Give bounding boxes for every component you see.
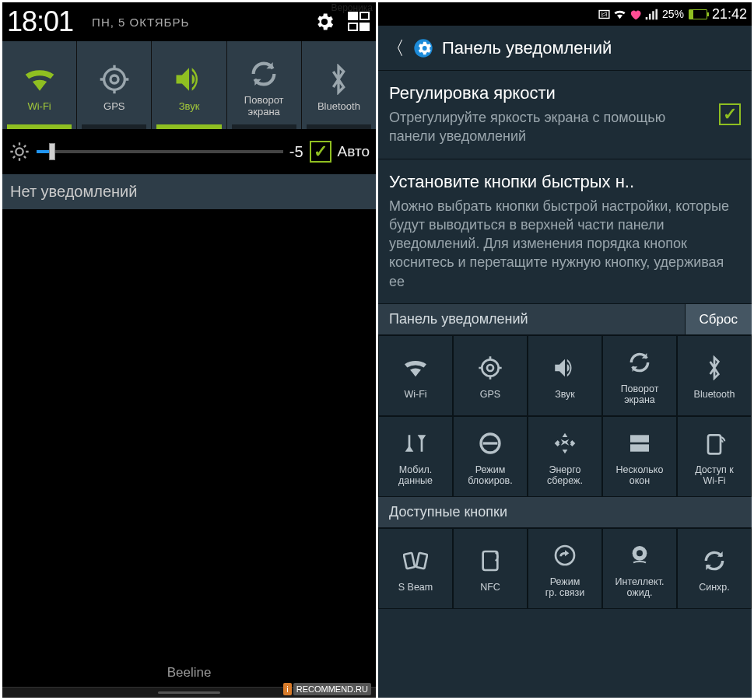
tile-label: Режим блокиров. xyxy=(466,464,514,487)
brightness-slider[interactable] xyxy=(37,143,283,160)
clock: 18:01 xyxy=(7,5,73,38)
tile-icon xyxy=(403,427,428,460)
toggle-sound[interactable]: Звук xyxy=(152,41,226,129)
tile-label: GPS xyxy=(479,389,502,400)
tile-label: Bluetooth xyxy=(693,389,737,400)
tile-nfc[interactable]: NFC xyxy=(453,528,528,609)
tile-энерго-сбереж-[interactable]: Энерго сбереж. xyxy=(528,416,602,497)
tile-icon xyxy=(478,427,503,460)
tile-icon xyxy=(702,427,727,460)
tile-синхр-[interactable]: Синхр. xyxy=(677,528,752,609)
tile-icon xyxy=(478,352,503,384)
tile-icon xyxy=(403,544,428,577)
setting-checkbox[interactable] xyxy=(719,103,741,125)
setting-title: Регулировка яркости xyxy=(389,83,713,103)
tile-gps[interactable]: GPS xyxy=(453,335,528,416)
svg-point-0 xyxy=(110,75,118,83)
tile-несколько-окон[interactable]: Несколько окон xyxy=(602,416,677,497)
toggle-wifi[interactable]: Wi-Fi xyxy=(2,41,77,129)
no-notifications-header: Нет уведомлений xyxy=(2,174,376,209)
svg-point-5 xyxy=(487,365,493,371)
settings-icon[interactable] xyxy=(314,11,335,33)
tile-icon xyxy=(552,539,577,572)
tile-bluetooth[interactable]: Bluetooth xyxy=(677,335,752,416)
setting-description: Можно выбрать кнопки быстрой настройки, … xyxy=(389,197,741,291)
gps-icon xyxy=(99,58,130,101)
tile-icon xyxy=(627,346,652,379)
tile-поворот-экрана[interactable]: Поворот экрана xyxy=(602,335,677,416)
tile-label: Режим гр. связи xyxy=(544,576,587,599)
svg-rect-13 xyxy=(416,553,427,569)
wifi-icon xyxy=(23,58,57,101)
subheader-label: Панель уведомлений xyxy=(378,304,685,334)
wifi-icon xyxy=(613,8,626,21)
tile-icon xyxy=(702,544,727,577)
svg-point-6 xyxy=(482,359,498,376)
brightness-value: -5 xyxy=(289,143,303,161)
rotation-icon xyxy=(248,52,279,95)
tile-доступ-к-wi-fi[interactable]: Доступ к Wi-Fi xyxy=(677,416,752,497)
tile-icon xyxy=(402,352,429,384)
svg-rect-3 xyxy=(599,10,609,18)
battery-percent: 25% xyxy=(662,8,684,20)
tile-интеллект-ожид-[interactable]: Интеллект. ожид. xyxy=(602,528,677,609)
quick-panel-icon[interactable] xyxy=(348,12,371,32)
status-bar: 25% 21:42 xyxy=(378,2,752,26)
tile-wi-fi[interactable]: Wi-Fi xyxy=(378,335,453,416)
svg-point-17 xyxy=(637,550,643,556)
setting-quick-buttons[interactable]: Установите кнопки быстрых н.. Можно выбр… xyxy=(378,159,752,304)
toggle-label: GPS xyxy=(103,101,124,113)
page-title: Панель уведомлений xyxy=(442,38,612,58)
tile-label: Интеллект. ожид. xyxy=(614,576,666,599)
tile-icon xyxy=(627,427,652,460)
clock: 21:42 xyxy=(712,6,747,23)
tile-режим-блокиров-[interactable]: Режим блокиров. xyxy=(453,416,528,497)
svg-point-1 xyxy=(103,69,124,90)
battery-icon xyxy=(689,9,707,19)
brightness-icon xyxy=(9,141,30,163)
toggle-label: Bluetooth xyxy=(317,101,360,113)
status-bar: 18:01 ПН, 5 ОКТЯБРЬ xyxy=(2,2,376,41)
empty-notification-area xyxy=(2,209,376,659)
nfc-icon xyxy=(598,8,611,21)
tile-label: Звук xyxy=(553,389,577,400)
setting-brightness-adjust[interactable]: Регулировка яркости Отрегулируйте яркост… xyxy=(378,71,752,159)
svg-rect-9 xyxy=(630,435,649,442)
carrier-label: Beeline xyxy=(2,659,376,687)
toggle-gps[interactable]: GPS xyxy=(77,41,152,129)
setting-description: Отрегулируйте яркость экрана с помощью п… xyxy=(389,108,713,146)
settings-screenshot: 25% 21:42 〈 Панель уведомлений Регулиров… xyxy=(378,2,752,698)
panel-tile-grid: Wi-FiGPSЗвукПоворот экранаBluetoothМобил… xyxy=(378,335,752,497)
tile-icon xyxy=(552,427,577,460)
available-subheader: Доступные кнопки xyxy=(378,497,752,528)
svg-rect-11 xyxy=(708,435,721,453)
settings-gear-icon xyxy=(412,37,434,59)
tile-icon xyxy=(706,352,723,384)
tile-label: Несколько окон xyxy=(615,464,665,487)
tile-label: Энерго сбереж. xyxy=(545,464,584,487)
toggle-bluetooth[interactable]: Bluetooth xyxy=(302,41,376,129)
svg-rect-14 xyxy=(483,551,498,570)
shade-handle[interactable] xyxy=(2,687,376,698)
tile-режим-гр-связи[interactable]: Режим гр. связи xyxy=(528,528,602,609)
tile-label: Мобил. данные xyxy=(397,464,434,487)
available-tile-grid: S BeamNFCРежим гр. связиИнтеллект. ожид.… xyxy=(378,528,752,609)
notification-shade-screenshot: 18:01 ПН, 5 ОКТЯБРЬ Wi-Fi GPS Звук Повор… xyxy=(2,2,376,698)
bluetooth-icon xyxy=(327,58,350,101)
tile-звук[interactable]: Звук xyxy=(528,335,602,416)
toggle-label: Wi-Fi xyxy=(27,101,51,113)
date: ПН, 5 ОКТЯБРЬ xyxy=(92,16,189,29)
svg-rect-10 xyxy=(630,444,649,451)
back-icon[interactable]: 〈 xyxy=(386,36,405,61)
heart-icon xyxy=(629,8,642,21)
auto-brightness-label: Авто xyxy=(338,143,370,160)
tile-мобил-данные[interactable]: Мобил. данные xyxy=(378,416,453,497)
tile-label: Поворот экрана xyxy=(619,383,661,406)
tile-icon xyxy=(552,352,578,384)
toggle-rotation[interactable]: Поворот экрана xyxy=(227,41,302,129)
tile-label: S Beam xyxy=(397,582,434,593)
setting-title: Установите кнопки быстрых н.. xyxy=(389,172,741,192)
auto-brightness-checkbox[interactable] xyxy=(310,141,331,163)
tile-s-beam[interactable]: S Beam xyxy=(378,528,453,609)
reset-button[interactable]: Сброс xyxy=(685,304,752,334)
